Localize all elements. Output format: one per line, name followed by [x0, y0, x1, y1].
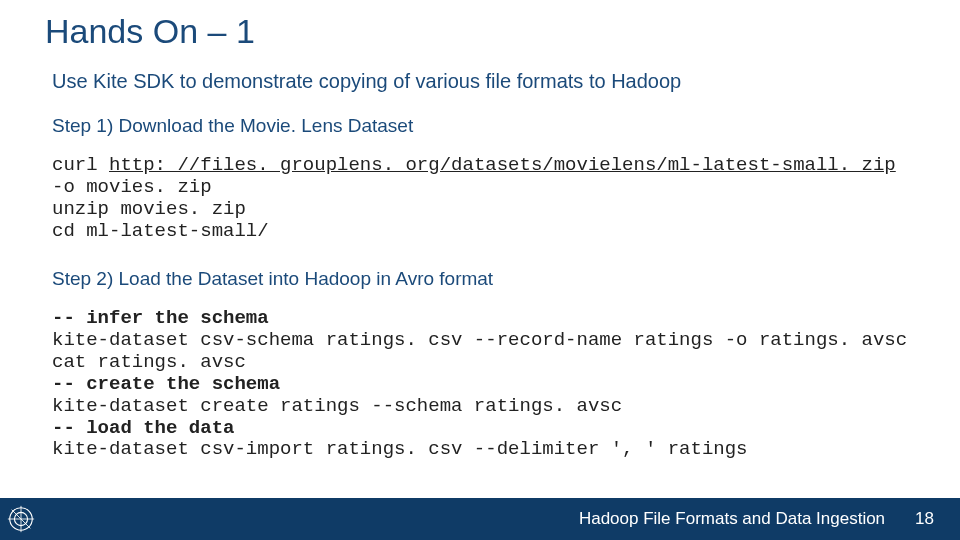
code-block-2: -- infer the schema kite-dataset csv-sch…	[52, 308, 912, 461]
slide-title: Hands On – 1	[45, 12, 255, 51]
code-text: -o movies. zip	[52, 176, 212, 198]
code-text: kite-dataset create ratings --schema rat…	[52, 395, 622, 417]
code-text: unzip movies. zip	[52, 198, 246, 220]
code-comment: -- load the data	[52, 417, 234, 439]
code-url: http: //files. grouplens. org/datasets/m…	[109, 154, 896, 176]
code-text: cd ml-latest-small/	[52, 220, 269, 242]
code-text: curl	[52, 154, 109, 176]
cern-logo-icon	[0, 498, 42, 540]
slide: Hands On – 1 Use Kite SDK to demonstrate…	[0, 0, 960, 540]
step-2-label: Step 2) Load the Dataset into Hadoop in …	[52, 268, 912, 290]
footer-title: Hadoop File Formats and Data Ingestion	[579, 509, 915, 529]
code-text: kite-dataset csv-schema ratings. csv --r…	[52, 329, 907, 351]
code-block-1: curl http: //files. grouplens. org/datas…	[52, 155, 912, 242]
footer-bar: Hadoop File Formats and Data Ingestion 1…	[0, 498, 960, 540]
code-text: cat ratings. avsc	[52, 351, 246, 373]
page-number: 18	[915, 509, 960, 529]
slide-content: Use Kite SDK to demonstrate copying of v…	[52, 70, 912, 461]
code-text: kite-dataset csv-import ratings. csv --d…	[52, 438, 748, 460]
intro-text: Use Kite SDK to demonstrate copying of v…	[52, 70, 912, 93]
code-comment: -- create the schema	[52, 373, 280, 395]
step-1-label: Step 1) Download the Movie. Lens Dataset	[52, 115, 912, 137]
code-comment: -- infer the schema	[52, 307, 269, 329]
